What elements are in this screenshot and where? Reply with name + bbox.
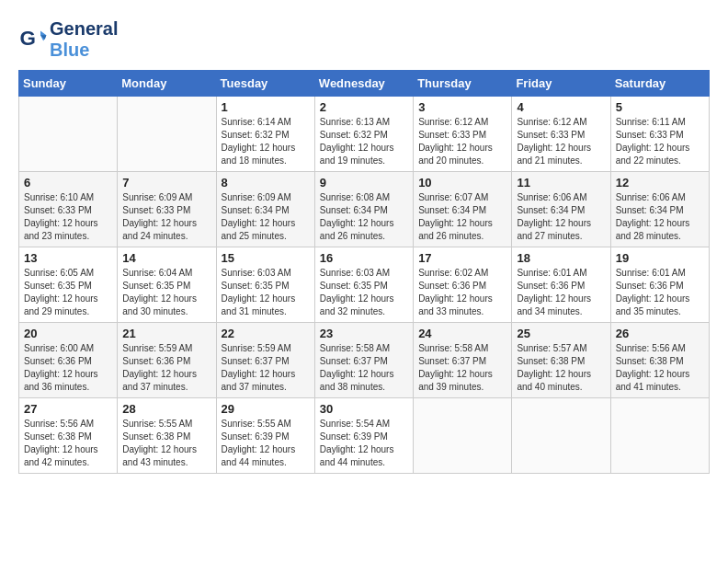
day-info: Sunrise: 6:03 AM Sunset: 6:35 PM Dayligh… xyxy=(320,267,408,318)
calendar-cell: 27Sunrise: 5:56 AM Sunset: 6:38 PM Dayli… xyxy=(19,398,118,474)
day-number: 5 xyxy=(616,100,704,114)
calendar-cell xyxy=(118,97,216,172)
day-number: 25 xyxy=(517,327,605,340)
logo-text: General Blue xyxy=(50,18,118,61)
day-info: Sunrise: 5:55 AM Sunset: 6:39 PM Dayligh… xyxy=(222,418,310,469)
weekday-header-friday: Friday xyxy=(512,71,610,97)
calendar-cell: 2Sunrise: 6:13 AM Sunset: 6:32 PM Daylig… xyxy=(314,97,413,172)
day-number: 9 xyxy=(320,176,408,190)
day-info: Sunrise: 6:12 AM Sunset: 6:33 PM Dayligh… xyxy=(517,116,605,167)
day-number: 21 xyxy=(122,327,210,340)
calendar-cell: 3Sunrise: 6:12 AM Sunset: 6:33 PM Daylig… xyxy=(414,97,512,172)
calendar-cell: 1Sunrise: 6:14 AM Sunset: 6:32 PM Daylig… xyxy=(216,97,314,172)
calendar-cell xyxy=(512,398,610,474)
calendar-cell xyxy=(19,97,118,172)
day-number: 11 xyxy=(517,176,605,190)
weekday-header-thursday: Thursday xyxy=(414,71,512,97)
day-info: Sunrise: 6:01 AM Sunset: 6:36 PM Dayligh… xyxy=(616,267,704,318)
calendar-cell: 28Sunrise: 5:55 AM Sunset: 6:38 PM Dayli… xyxy=(118,398,216,474)
calendar-cell: 16Sunrise: 6:03 AM Sunset: 6:35 PM Dayli… xyxy=(314,247,413,323)
day-info: Sunrise: 6:14 AM Sunset: 6:32 PM Dayligh… xyxy=(222,116,310,167)
day-info: Sunrise: 6:01 AM Sunset: 6:36 PM Dayligh… xyxy=(517,267,605,318)
day-number: 17 xyxy=(418,251,506,265)
day-info: Sunrise: 6:12 AM Sunset: 6:33 PM Dayligh… xyxy=(418,116,506,167)
day-info: Sunrise: 5:54 AM Sunset: 6:39 PM Dayligh… xyxy=(320,418,408,469)
calendar-cell xyxy=(610,398,709,474)
day-number: 14 xyxy=(122,251,210,265)
calendar-cell: 9Sunrise: 6:08 AM Sunset: 6:34 PM Daylig… xyxy=(314,172,413,247)
day-info: Sunrise: 5:59 AM Sunset: 6:36 PM Dayligh… xyxy=(122,342,210,394)
logo: G General Blue xyxy=(18,18,118,61)
day-number: 3 xyxy=(418,100,506,114)
day-info: Sunrise: 5:58 AM Sunset: 6:37 PM Dayligh… xyxy=(418,342,506,394)
day-number: 16 xyxy=(320,251,408,265)
calendar-cell: 19Sunrise: 6:01 AM Sunset: 6:36 PM Dayli… xyxy=(610,247,709,323)
calendar-week-row: 27Sunrise: 5:56 AM Sunset: 6:38 PM Dayli… xyxy=(19,398,710,474)
calendar-cell xyxy=(414,398,512,474)
logo-icon: G xyxy=(18,25,48,54)
day-info: Sunrise: 6:06 AM Sunset: 6:34 PM Dayligh… xyxy=(517,191,605,243)
calendar-table: SundayMondayTuesdayWednesdayThursdayFrid… xyxy=(18,70,710,474)
day-number: 7 xyxy=(122,176,210,190)
day-number: 6 xyxy=(24,176,112,190)
calendar-cell: 12Sunrise: 6:06 AM Sunset: 6:34 PM Dayli… xyxy=(610,172,709,247)
day-number: 10 xyxy=(418,176,506,190)
day-info: Sunrise: 6:02 AM Sunset: 6:36 PM Dayligh… xyxy=(418,267,506,318)
calendar-cell: 10Sunrise: 6:07 AM Sunset: 6:34 PM Dayli… xyxy=(414,172,512,247)
calendar-cell: 30Sunrise: 5:54 AM Sunset: 6:39 PM Dayli… xyxy=(314,398,413,474)
calendar-cell: 8Sunrise: 6:09 AM Sunset: 6:34 PM Daylig… xyxy=(216,172,314,247)
calendar-cell: 21Sunrise: 5:59 AM Sunset: 6:36 PM Dayli… xyxy=(118,323,216,398)
day-number: 19 xyxy=(616,251,704,265)
calendar-cell: 24Sunrise: 5:58 AM Sunset: 6:37 PM Dayli… xyxy=(414,323,512,398)
day-number: 20 xyxy=(24,327,112,340)
calendar-cell: 4Sunrise: 6:12 AM Sunset: 6:33 PM Daylig… xyxy=(512,97,610,172)
calendar-week-row: 6Sunrise: 6:10 AM Sunset: 6:33 PM Daylig… xyxy=(19,172,710,247)
page-header: G General Blue xyxy=(18,18,710,61)
day-info: Sunrise: 6:04 AM Sunset: 6:35 PM Dayligh… xyxy=(122,267,210,318)
day-info: Sunrise: 6:05 AM Sunset: 6:35 PM Dayligh… xyxy=(24,267,112,318)
calendar-week-row: 1Sunrise: 6:14 AM Sunset: 6:32 PM Daylig… xyxy=(19,97,710,172)
weekday-header-row: SundayMondayTuesdayWednesdayThursdayFrid… xyxy=(19,71,710,97)
calendar-cell: 14Sunrise: 6:04 AM Sunset: 6:35 PM Dayli… xyxy=(118,247,216,323)
day-number: 15 xyxy=(222,251,310,265)
day-info: Sunrise: 5:56 AM Sunset: 6:38 PM Dayligh… xyxy=(616,342,704,394)
weekday-header-saturday: Saturday xyxy=(610,71,709,97)
calendar-cell: 13Sunrise: 6:05 AM Sunset: 6:35 PM Dayli… xyxy=(19,247,118,323)
day-number: 27 xyxy=(24,402,112,416)
day-info: Sunrise: 6:06 AM Sunset: 6:34 PM Dayligh… xyxy=(616,191,704,243)
weekday-header-sunday: Sunday xyxy=(19,71,118,97)
calendar-cell: 20Sunrise: 6:00 AM Sunset: 6:36 PM Dayli… xyxy=(19,323,118,398)
calendar-cell: 18Sunrise: 6:01 AM Sunset: 6:36 PM Dayli… xyxy=(512,247,610,323)
calendar-cell: 15Sunrise: 6:03 AM Sunset: 6:35 PM Dayli… xyxy=(216,247,314,323)
day-number: 2 xyxy=(320,100,408,114)
day-info: Sunrise: 6:08 AM Sunset: 6:34 PM Dayligh… xyxy=(320,191,408,243)
weekday-header-monday: Monday xyxy=(118,71,216,97)
day-number: 13 xyxy=(24,251,112,265)
day-number: 26 xyxy=(616,327,704,340)
day-number: 24 xyxy=(418,327,506,340)
calendar-cell: 22Sunrise: 5:59 AM Sunset: 6:37 PM Dayli… xyxy=(216,323,314,398)
calendar-week-row: 13Sunrise: 6:05 AM Sunset: 6:35 PM Dayli… xyxy=(19,247,710,323)
day-number: 28 xyxy=(122,402,210,416)
calendar-cell: 26Sunrise: 5:56 AM Sunset: 6:38 PM Dayli… xyxy=(610,323,709,398)
day-info: Sunrise: 6:03 AM Sunset: 6:35 PM Dayligh… xyxy=(222,267,310,318)
day-info: Sunrise: 6:10 AM Sunset: 6:33 PM Dayligh… xyxy=(24,191,112,243)
day-number: 18 xyxy=(517,251,605,265)
day-number: 4 xyxy=(517,100,605,114)
day-number: 29 xyxy=(222,402,310,416)
day-number: 23 xyxy=(320,327,408,340)
day-number: 30 xyxy=(320,402,408,416)
calendar-cell: 6Sunrise: 6:10 AM Sunset: 6:33 PM Daylig… xyxy=(19,172,118,247)
calendar-week-row: 20Sunrise: 6:00 AM Sunset: 6:36 PM Dayli… xyxy=(19,323,710,398)
day-info: Sunrise: 6:00 AM Sunset: 6:36 PM Dayligh… xyxy=(24,342,112,394)
day-info: Sunrise: 6:07 AM Sunset: 6:34 PM Dayligh… xyxy=(418,191,506,243)
day-number: 22 xyxy=(222,327,310,340)
day-info: Sunrise: 6:09 AM Sunset: 6:33 PM Dayligh… xyxy=(122,191,210,243)
day-number: 12 xyxy=(616,176,704,190)
calendar-cell: 25Sunrise: 5:57 AM Sunset: 6:38 PM Dayli… xyxy=(512,323,610,398)
day-info: Sunrise: 6:11 AM Sunset: 6:33 PM Dayligh… xyxy=(616,116,704,167)
calendar-cell: 23Sunrise: 5:58 AM Sunset: 6:37 PM Dayli… xyxy=(314,323,413,398)
day-info: Sunrise: 5:56 AM Sunset: 6:38 PM Dayligh… xyxy=(24,418,112,469)
calendar-cell: 7Sunrise: 6:09 AM Sunset: 6:33 PM Daylig… xyxy=(118,172,216,247)
day-number: 1 xyxy=(222,100,310,114)
